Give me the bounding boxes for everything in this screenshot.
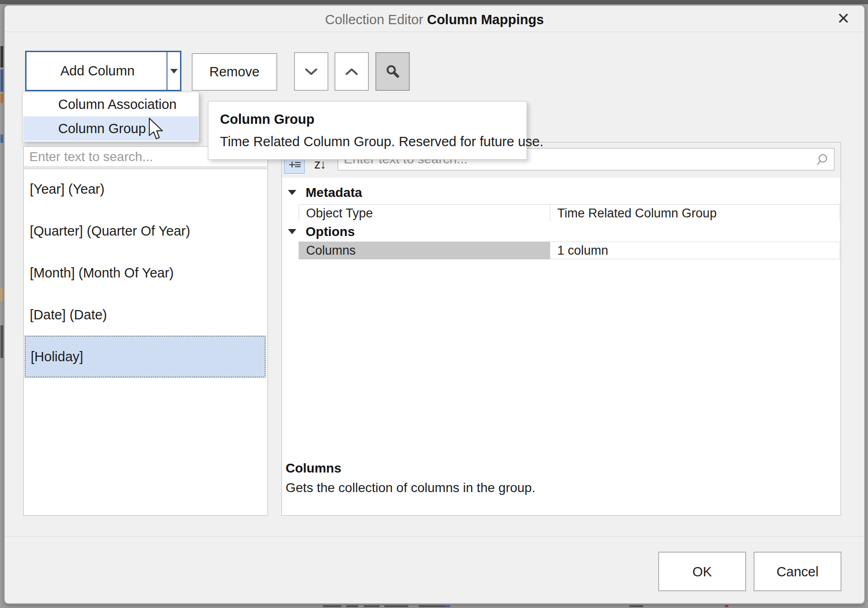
dropdown-arrow-icon <box>170 69 178 74</box>
dialog-titlebar[interactable]: Collection Editor Column Mappings × <box>5 6 864 32</box>
column-group-tooltip: Column Group Time Related Column Group. … <box>208 101 527 160</box>
background-speck <box>0 94 3 103</box>
property-value-cell[interactable]: 1 column <box>550 242 840 259</box>
menu-item-column-group[interactable]: Column Group <box>23 116 198 141</box>
dialog-title-prefix: Collection Editor <box>325 12 427 27</box>
background-mark <box>725 605 728 607</box>
background-app-top-edge <box>0 0 868 4</box>
move-down-button[interactable] <box>294 52 328 91</box>
property-grid-panel: +≡ z↓ Metadata Object Type Time Related … <box>281 142 841 516</box>
add-dropdown-toggle[interactable] <box>167 52 180 90</box>
property-label-cell-selected[interactable]: Columns <box>299 242 550 259</box>
list-item[interactable]: [Month] (Month Of Year) <box>25 252 266 294</box>
mouse-cursor-icon <box>148 117 164 140</box>
category-name: Options <box>306 222 355 242</box>
background-speck <box>0 325 3 358</box>
list-item[interactable]: [Date] (Date) <box>25 294 266 336</box>
list-item-selected[interactable]: [Holiday] <box>25 336 266 378</box>
search-toggle-button[interactable] <box>375 52 410 91</box>
background-app-bottom-edge <box>0 604 868 608</box>
column-list: [Year] (Year) [Quarter] (Quarter Of Year… <box>23 169 268 516</box>
background-mark <box>419 605 447 607</box>
menu-item-column-association[interactable]: Column Association <box>23 92 198 116</box>
background-mark <box>323 605 341 607</box>
chevron-up-icon <box>345 68 358 75</box>
list-item[interactable]: [Quarter] (Quarter Of Year) <box>25 210 266 252</box>
add-column-association-split-button: Add Column Association <box>25 51 181 91</box>
category-row-metadata[interactable]: Metadata <box>282 182 841 203</box>
remove-button[interactable]: Remove <box>192 53 277 91</box>
list-item[interactable]: [Year] (Year) <box>25 168 266 210</box>
property-label-cell[interactable]: Object Type <box>299 204 550 222</box>
background-mark <box>384 605 408 607</box>
tooltip-body: Time Related Column Group. Reserved for … <box>220 134 543 149</box>
property-row-object-type: Object Type Time Related Column Group <box>299 204 840 222</box>
ok-button[interactable]: OK <box>658 552 746 591</box>
search-icon <box>815 153 829 167</box>
collapse-triangle-icon[interactable] <box>288 229 296 234</box>
background-speck <box>0 69 3 92</box>
background-mark <box>629 605 643 607</box>
close-icon: × <box>837 7 849 29</box>
background-speck <box>0 135 3 143</box>
background-speck <box>0 46 3 68</box>
category-row-options[interactable]: Options <box>282 222 841 242</box>
dialog-title-name: Column Mappings <box>427 12 544 27</box>
footer-divider <box>5 536 864 537</box>
dialog-title: Collection Editor Column Mappings <box>5 6 864 32</box>
background-mark <box>364 605 380 607</box>
close-button[interactable]: × <box>831 7 856 31</box>
background-speck <box>0 288 3 301</box>
background-mark <box>346 605 358 607</box>
property-value-cell[interactable]: Time Related Column Group <box>550 204 840 222</box>
add-column-association-button[interactable]: Add Column Association <box>27 52 168 90</box>
search-icon <box>385 64 401 80</box>
move-up-button[interactable] <box>334 52 369 91</box>
category-name: Metadata <box>306 182 362 203</box>
property-row-columns: Columns 1 column <box>299 242 840 259</box>
property-description-body: Gets the collection of columns in the gr… <box>286 480 535 495</box>
chevron-down-icon <box>305 68 318 75</box>
property-description-title: Columns <box>286 461 341 476</box>
add-dropdown-menu: Column Association Column Group <box>22 92 199 142</box>
cancel-button[interactable]: Cancel <box>754 552 841 591</box>
screen: Collection Editor Column Mappings × Add … <box>0 0 868 608</box>
collapse-triangle-icon[interactable] <box>288 190 296 195</box>
tooltip-title: Column Group <box>220 112 314 127</box>
background-mark <box>446 605 450 607</box>
